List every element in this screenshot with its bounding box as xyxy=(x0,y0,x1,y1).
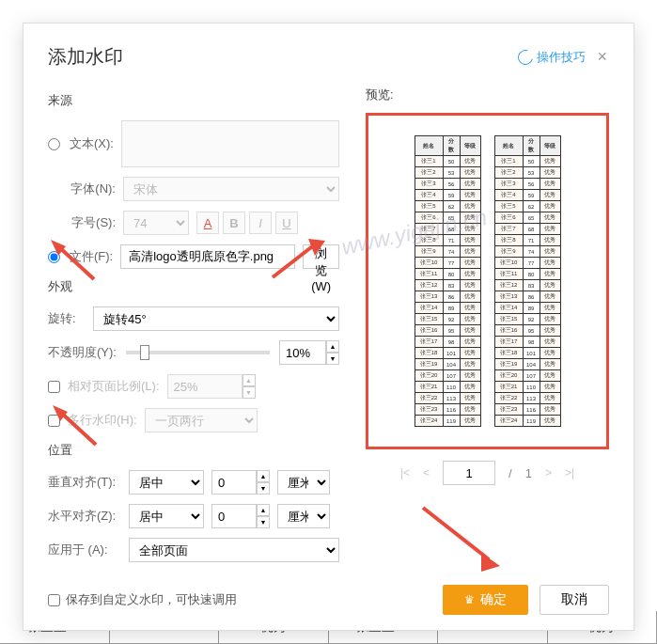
ratio-label: 相对页面比例(L): xyxy=(68,378,160,395)
halign-unit-select[interactable]: 厘米 xyxy=(277,504,330,528)
preview-box: www.yigujin.cn 姓名分数等级张三150优秀张三253优秀张三356… xyxy=(366,113,609,449)
section-appearance: 外观 xyxy=(48,278,339,295)
ratio-down[interactable]: ▼ xyxy=(242,386,256,399)
save-custom-checkbox[interactable] xyxy=(48,594,60,606)
preview-table-left: 姓名分数等级张三150优秀张三253优秀张三356优秀张三459优秀张三562优… xyxy=(415,135,481,427)
halign-offset-input[interactable] xyxy=(211,504,257,528)
dialog-header: 添加水印 操作技巧 × xyxy=(48,44,609,70)
italic-button[interactable]: I xyxy=(249,212,272,234)
preview-pager: |< < / 1 > >| xyxy=(366,461,609,485)
tips-link[interactable]: 操作技巧 xyxy=(518,49,586,66)
opacity-input[interactable] xyxy=(279,340,326,365)
pager-prev[interactable]: < xyxy=(423,466,430,479)
font-select[interactable]: 宋体 xyxy=(123,177,339,201)
apply-select[interactable]: 全部页面 xyxy=(129,538,339,562)
rotate-label: 旋转: xyxy=(48,310,86,327)
text-radio[interactable] xyxy=(48,138,60,150)
close-button[interactable]: × xyxy=(595,47,609,67)
opacity-label: 不透明度(Y): xyxy=(48,344,117,361)
file-radio-label: 文件(F): xyxy=(70,248,113,265)
pager-last[interactable]: >| xyxy=(565,466,574,479)
text-radio-label: 文本(X): xyxy=(70,135,114,152)
save-custom-label: 保存到自定义水印，可快速调用 xyxy=(66,591,237,608)
valign-offset-input[interactable] xyxy=(211,470,257,495)
multiline-label: 多行水印(H): xyxy=(68,412,137,429)
pager-total: 1 xyxy=(525,466,532,480)
preview-panel: 预览: www.yigujin.cn 姓名分数等级张三150优秀张三253优秀张… xyxy=(366,86,609,572)
ratio-up[interactable]: ▲ xyxy=(242,374,256,386)
ratio-input[interactable] xyxy=(167,374,242,399)
valign-unit-select[interactable]: 厘米 xyxy=(277,470,330,495)
dialog-footer: 保存到自定义水印，可快速调用 ♛确定 取消 xyxy=(48,585,609,615)
dialog-title: 添加水印 xyxy=(48,44,123,70)
opacity-up[interactable]: ▲ xyxy=(326,340,339,353)
opacity-slider[interactable] xyxy=(126,351,270,354)
pager-first[interactable]: |< xyxy=(400,466,410,479)
valign-label: 垂直对齐(T): xyxy=(48,474,121,491)
section-position: 位置 xyxy=(48,442,339,459)
pager-next[interactable]: > xyxy=(545,466,552,479)
crown-icon: ♛ xyxy=(464,593,475,606)
cancel-button[interactable]: 取消 xyxy=(540,585,609,615)
ok-button[interactable]: ♛确定 xyxy=(443,585,528,615)
rotate-select[interactable]: 旋转45° xyxy=(93,306,339,331)
pager-sep: / xyxy=(508,466,512,480)
form-panel: 来源 文本(X): 字体(N): 宋体 字号(S): 74 A B I U xyxy=(48,86,339,572)
apply-label: 应用于 (A): xyxy=(48,542,121,558)
halign-up[interactable]: ▲ xyxy=(257,504,270,516)
valign-up[interactable]: ▲ xyxy=(257,470,270,482)
save-custom-option[interactable]: 保存到自定义水印，可快速调用 xyxy=(48,591,237,608)
browse-button[interactable]: 浏览(W) xyxy=(303,244,339,269)
valign-down[interactable]: ▼ xyxy=(257,482,270,495)
opacity-down[interactable]: ▼ xyxy=(326,353,339,365)
preview-table-right: 姓名分数等级张三150优秀张三253优秀张三356优秀张三459优秀张三562优… xyxy=(494,135,561,427)
underline-button[interactable]: U xyxy=(275,212,298,234)
ratio-checkbox[interactable] xyxy=(48,381,60,393)
file-path-input[interactable] xyxy=(120,244,295,269)
watermark-text-input[interactable] xyxy=(121,120,339,167)
bold-button[interactable]: B xyxy=(223,212,245,234)
pager-current-input[interactable] xyxy=(443,461,495,485)
size-label: 字号(S): xyxy=(48,214,116,231)
section-source: 来源 xyxy=(48,92,339,109)
watermark-dialog: 添加水印 操作技巧 × 来源 文本(X): 字体(N): 宋体 字号(S): 7… xyxy=(23,23,634,631)
valign-select[interactable]: 居中 xyxy=(129,470,204,495)
size-select[interactable]: 74 xyxy=(123,211,189,235)
multiline-select[interactable]: 一页两行 xyxy=(145,408,258,432)
file-radio[interactable] xyxy=(48,251,60,263)
font-label: 字体(N): xyxy=(48,181,116,197)
slider-thumb[interactable] xyxy=(140,345,149,360)
halign-label: 水平对齐(Z): xyxy=(48,508,121,525)
multiline-checkbox[interactable] xyxy=(48,415,60,427)
preview-label: 预览: xyxy=(366,86,609,103)
halign-down[interactable]: ▼ xyxy=(257,516,270,528)
halign-select[interactable]: 居中 xyxy=(129,504,204,528)
color-button[interactable]: A xyxy=(196,212,219,234)
